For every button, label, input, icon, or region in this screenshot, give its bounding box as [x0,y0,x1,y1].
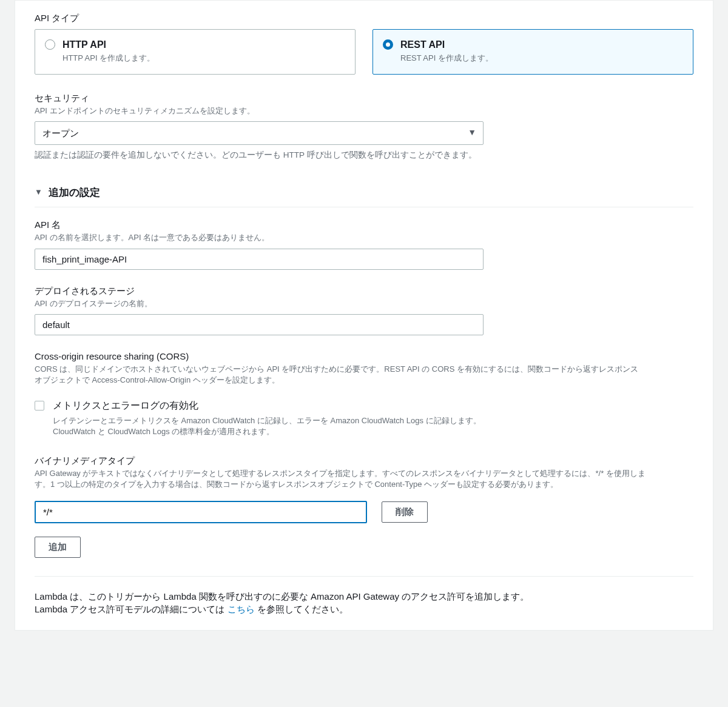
footer-permission-text: Lambda は、このトリガーから Lambda 関数を呼び出すのに必要な Am… [35,590,693,603]
additional-settings-toggle[interactable]: ▼ 追加の設定 [35,177,693,208]
stage-input[interactable] [35,314,484,335]
caret-down-icon: ▼ [35,187,42,198]
binary-label: バイナリメディアタイプ [35,454,693,467]
api-type-http-card[interactable]: HTTP API HTTP API を作成します。 [35,29,356,75]
divider [35,576,693,577]
additional-settings-title: 追加の設定 [49,186,100,200]
security-help: 認証または認証の要件を追加しないでください。どのユーザーも HTTP 呼び出しで… [35,150,693,161]
cors-label: Cross-origin resource sharing (CORS) [35,350,693,363]
cors-desc: CORS は、同じドメインでホストされていないウェブページから API を呼び出… [35,364,641,386]
stage-desc: API のデプロイステージの名前。 [35,298,693,309]
footer-prefix: Lambda アクセス許可モデルの詳細については [35,604,228,614]
security-select[interactable]: オープン ▼ [35,121,484,145]
api-name-desc: API の名前を選択します。API 名は一意である必要はありません。 [35,232,693,243]
radio-icon [383,39,393,50]
footer-suffix: を参照してください。 [255,604,348,614]
footer-doc-text: Lambda アクセス許可モデルの詳細については こちら を参照してください。 [35,603,693,615]
metrics-desc: レイテンシーとエラーメトリクスを Amazon CloudWatch に記録し、… [53,415,490,437]
api-name-label: API 名 [35,218,693,231]
stage-label: デプロイされるステージ [35,284,693,297]
delete-button[interactable]: 削除 [382,501,428,523]
metrics-label: メトリクスとエラーログの有効化 [53,399,490,412]
api-type-rest-title: REST API [400,38,493,52]
binary-desc: API Gateway がテキストではなくバイナリデータとして処理するレスポンス… [35,468,647,490]
caret-down-icon: ▼ [468,127,476,139]
add-button[interactable]: 追加 [35,537,81,558]
security-selected-value: オープン [42,128,79,138]
api-type-rest-card[interactable]: REST API REST API を作成します。 [372,29,693,75]
api-type-http-title: HTTP API [62,38,155,52]
api-name-input[interactable] [35,249,484,270]
security-label: セキュリティ [35,92,693,104]
api-type-http-sub: HTTP API を作成します。 [62,53,155,64]
docs-link[interactable]: こちら [228,604,255,614]
radio-icon [45,39,55,50]
metrics-checkbox[interactable] [35,401,44,410]
binary-media-type-input[interactable] [35,501,367,523]
api-type-label: API タイプ [35,12,693,24]
security-desc: API エンドポイントのセキュリティメカニズムを設定します。 [35,106,693,116]
api-type-rest-sub: REST API を作成します。 [400,53,493,64]
